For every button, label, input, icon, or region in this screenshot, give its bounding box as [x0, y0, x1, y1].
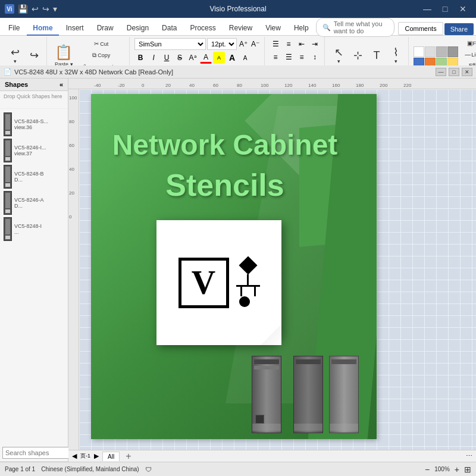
- doc-tabs-bar: ◀ 页-1 ▶ All + ⋯: [68, 450, 476, 462]
- doc-body: Shapes « Drop Quick Shapes here VC5-8248…: [0, 79, 476, 462]
- zoom-in-button[interactable]: +: [455, 465, 459, 474]
- cut-button[interactable]: ✂Cut: [77, 39, 126, 49]
- copy-button[interactable]: ⧉Copy: [77, 50, 126, 61]
- font-size-inc[interactable]: A⁺: [238, 39, 249, 49]
- shape-thumb-2: [4, 139, 12, 162]
- tab-insert[interactable]: Insert: [60, 21, 90, 36]
- font-color-button[interactable]: A: [200, 52, 212, 64]
- tab-data[interactable]: Data: [156, 21, 183, 36]
- undo-button[interactable]: ↩ ▾: [6, 45, 24, 66]
- font-size-dec[interactable]: A⁻: [250, 39, 261, 49]
- tab-draw[interactable]: Draw: [91, 21, 120, 36]
- font-size-dec2[interactable]: A: [239, 52, 251, 64]
- pointer-icon: ↖: [334, 47, 343, 58]
- diamond-shape: [239, 256, 257, 274]
- shape-label-1: VC5-8248-S...view.36: [14, 118, 48, 130]
- pointer-tool-button[interactable]: ↖ ▾: [330, 45, 347, 66]
- copy-icon: ⧉: [92, 52, 96, 59]
- font-size-inc2[interactable]: A: [226, 52, 238, 64]
- style-item-4[interactable]: [447, 46, 458, 57]
- zoom-level: 100%: [434, 466, 450, 472]
- minimize-button[interactable]: —: [419, 3, 436, 15]
- server-rack-3: [329, 356, 359, 433]
- search-box: 🔍: [0, 444, 68, 462]
- tab-file[interactable]: File: [2, 21, 26, 36]
- bold-button[interactable]: B: [134, 52, 146, 64]
- tab-view[interactable]: View: [259, 21, 287, 36]
- v-ruler: 100 80 60 40 20 0: [68, 89, 79, 450]
- maximize-button[interactable]: □: [437, 3, 453, 15]
- security-icon: 🛡: [145, 466, 152, 473]
- shape-item-4[interactable]: VC5-8246-AD...: [2, 190, 65, 216]
- comments-button[interactable]: Comments: [398, 22, 443, 35]
- numbering-button[interactable]: ≡: [283, 38, 295, 50]
- indent-inc-button[interactable]: ⇥: [309, 38, 321, 50]
- align-center-button[interactable]: ☰: [283, 51, 295, 63]
- customize-icon[interactable]: ▾: [53, 4, 57, 14]
- doc-minimize[interactable]: —: [436, 68, 446, 76]
- fill-button[interactable]: ▣Fill ▾: [461, 38, 476, 48]
- save-icon[interactable]: 💾: [18, 4, 28, 14]
- doc-maximize[interactable]: □: [449, 68, 459, 76]
- server-rack-1: [252, 356, 281, 433]
- paste-button[interactable]: 📋 Paste ▾: [52, 42, 76, 69]
- page-nav-next[interactable]: ▶: [94, 452, 99, 460]
- bullet-button[interactable]: ☰: [270, 38, 281, 50]
- close-button[interactable]: ✕: [455, 3, 471, 15]
- canvas[interactable]: Network Cabinet Stencils: [79, 89, 476, 450]
- shape-item-5[interactable]: VC5-8248-I...: [2, 216, 65, 242]
- style-item-2[interactable]: [425, 46, 436, 57]
- line-spacing-button[interactable]: ↕: [309, 51, 321, 63]
- tab-design[interactable]: Design: [121, 21, 155, 36]
- collapse-panel-button[interactable]: «: [60, 81, 63, 88]
- style-item-1[interactable]: [414, 46, 424, 57]
- highlight-button[interactable]: A: [213, 52, 225, 64]
- shape-item-2[interactable]: VC5-8246-I...view.37: [2, 137, 65, 164]
- undo-icon: ↩: [11, 47, 20, 58]
- shape-item-1[interactable]: VC5-8248-S...view.36: [2, 111, 65, 137]
- shape-items-list: VC5-8248-S...view.36 VC5-8246-I...view.3…: [0, 109, 68, 444]
- shape-thumb-1: [4, 112, 12, 136]
- redo-button[interactable]: ↪: [25, 48, 43, 62]
- superscript-button[interactable]: Aᵃ: [187, 52, 199, 64]
- line-button[interactable]: —Line ▾: [461, 49, 476, 60]
- align-right-button[interactable]: ≡: [296, 51, 308, 63]
- tell-me-box[interactable]: 🔍 Tell me what you want to do: [316, 18, 395, 37]
- shape-item-3[interactable]: VC5-8248-BD...: [2, 164, 65, 190]
- style-item-3[interactable]: [436, 46, 447, 57]
- line-icon: —: [465, 51, 471, 58]
- h-ruler: -40 -20 0 20 40 60 80 100 120 140 160 18…: [68, 79, 476, 89]
- italic-button[interactable]: I: [148, 52, 159, 64]
- shape-thumb-4: [4, 191, 12, 215]
- tab-help[interactable]: Help: [288, 21, 315, 36]
- shapes-title: Shapes: [5, 81, 28, 88]
- shape-thumb-3: [4, 165, 12, 189]
- share-button[interactable]: Share: [444, 23, 474, 35]
- indent-dec-button[interactable]: ⇤: [296, 38, 308, 50]
- redo-quick-icon[interactable]: ↪: [42, 4, 49, 14]
- doc-tab-all[interactable]: All: [102, 452, 120, 461]
- align-left-button[interactable]: ≡: [270, 51, 281, 63]
- tab-options-button[interactable]: ⋯: [466, 452, 472, 460]
- zoom-out-button[interactable]: −: [425, 465, 430, 474]
- connection-tool-button[interactable]: ⊹: [349, 48, 367, 62]
- tab-process[interactable]: Process: [184, 21, 221, 36]
- font-name-select[interactable]: SimSun: [134, 38, 206, 50]
- font-style-row: B I U S Aᵃ A A A A: [134, 52, 251, 64]
- quick-shapes-drop: Drop Quick Shapes here: [0, 91, 68, 109]
- undo-quick-icon[interactable]: ↩: [32, 4, 39, 14]
- shape-thumb-5: [4, 217, 12, 241]
- text-tool-button[interactable]: T: [368, 48, 386, 62]
- tab-home[interactable]: Home: [27, 21, 58, 36]
- doc-titlebar: 📄 VC5-8248 48U x 32W x 48D Network Cab […: [0, 65, 476, 79]
- strikethrough-button[interactable]: S: [174, 52, 186, 64]
- underline-button[interactable]: U: [161, 52, 173, 64]
- zoom-icon[interactable]: ⊞: [464, 465, 471, 474]
- doc-close[interactable]: ✕: [462, 68, 472, 76]
- tab-review[interactable]: Review: [223, 21, 258, 36]
- page-nav-prev[interactable]: ◀: [72, 452, 77, 460]
- font-size-select[interactable]: 12pt.: [207, 38, 237, 50]
- add-page-button[interactable]: +: [126, 451, 131, 462]
- app-title: Visio Professional: [61, 5, 415, 13]
- connector-tool-button[interactable]: ⌇ ▾: [387, 45, 405, 66]
